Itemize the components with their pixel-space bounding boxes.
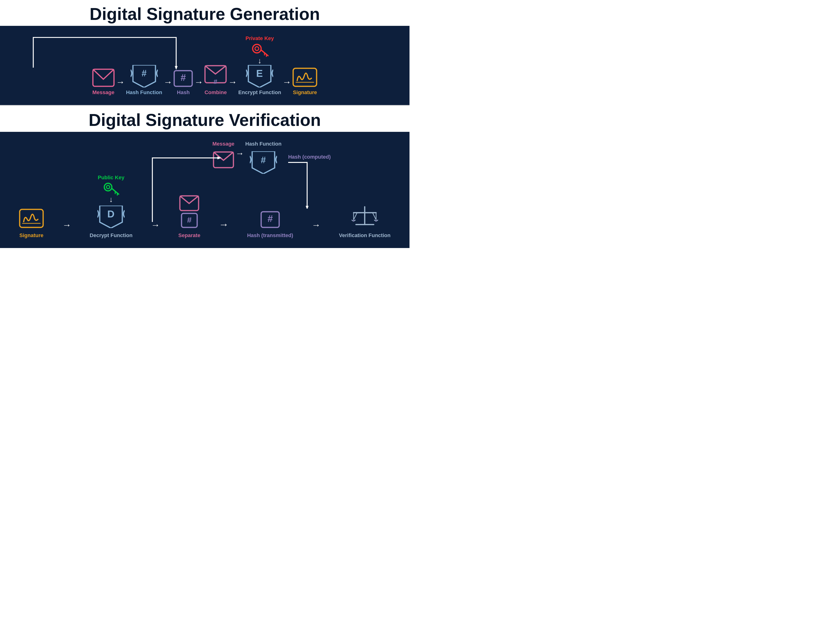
encrypt-function-icon: E bbox=[246, 65, 273, 87]
hash-function-v-item: Hash Function # bbox=[245, 139, 282, 174]
separate-envelope-icon bbox=[179, 195, 199, 211]
svg-text:#: # bbox=[214, 78, 217, 85]
message-v-item: Message bbox=[212, 139, 234, 168]
public-key-down-arrow: ↓ bbox=[109, 196, 113, 203]
arrow-v4: → bbox=[311, 220, 322, 239]
svg-point-15 bbox=[104, 183, 112, 191]
arrow-v-msg-hash: → bbox=[234, 139, 245, 158]
hash-label: Hash bbox=[177, 89, 190, 95]
svg-text:#: # bbox=[141, 68, 147, 78]
hash-computed-down-arrow bbox=[283, 161, 312, 209]
generation-title: Digital Signature Generation bbox=[9, 5, 400, 23]
signature-label: Signature bbox=[293, 89, 317, 95]
arrow-v2: → bbox=[150, 220, 161, 239]
hash-function-v-icon: # bbox=[250, 151, 277, 174]
decrypt-function-icon: D bbox=[97, 205, 125, 228]
arrow-v1: → bbox=[61, 220, 72, 239]
verification-function-item: # # Verification Function bbox=[339, 179, 390, 239]
private-key-icon bbox=[250, 43, 269, 57]
message-v-label-top: Message bbox=[212, 141, 234, 147]
decrypt-item: Public Key ↓ D bbox=[90, 175, 132, 239]
svg-text:#: # bbox=[187, 215, 191, 224]
separate-label: Separate bbox=[178, 232, 200, 239]
svg-text:#: # bbox=[181, 72, 186, 83]
hash-function-v-label-top: Hash Function bbox=[245, 141, 282, 147]
svg-text:#: # bbox=[353, 219, 354, 222]
signature-icon bbox=[292, 67, 317, 87]
hash-computed-label: Hash (computed) bbox=[288, 154, 331, 160]
arrow3: → bbox=[193, 77, 204, 95]
combine-label: Combine bbox=[205, 89, 227, 95]
svg-text:#: # bbox=[261, 155, 266, 165]
hash-function-icon: # bbox=[130, 65, 158, 87]
svg-point-16 bbox=[106, 186, 110, 189]
svg-marker-37 bbox=[306, 206, 309, 209]
private-key-label: Private Key bbox=[245, 35, 274, 41]
svg-rect-14 bbox=[20, 209, 43, 227]
svg-text:E: E bbox=[256, 68, 263, 79]
separate-hash-icon: # bbox=[181, 213, 198, 228]
svg-line-30 bbox=[354, 213, 357, 220]
public-key-label: Public Key bbox=[98, 175, 124, 181]
encrypt-function-label: Encrypt Function bbox=[238, 89, 281, 95]
verification-title-section: Digital Signature Verification bbox=[0, 106, 409, 132]
signature-v-item: Signature bbox=[19, 209, 44, 239]
svg-point-6 bbox=[253, 44, 261, 53]
svg-line-32 bbox=[372, 213, 376, 220]
signature-v-icon bbox=[19, 209, 44, 228]
decrypt-function-label: Decrypt Function bbox=[90, 232, 132, 239]
signature-v-label: Signature bbox=[20, 232, 43, 239]
verification-function-label: Verification Function bbox=[339, 232, 390, 239]
arrow-v3: → bbox=[217, 219, 230, 239]
message-v-icon bbox=[213, 151, 234, 168]
message-item: Message bbox=[92, 49, 115, 95]
verify-layout: Signature → Public Key ↓ bbox=[14, 139, 395, 239]
hash-transmitted-label: Hash (transmitted) bbox=[247, 232, 293, 239]
generation-title-section: Digital Signature Generation bbox=[0, 0, 409, 26]
arrow4: → bbox=[227, 77, 238, 95]
verification-diagram: Signature → Public Key ↓ bbox=[0, 132, 409, 248]
encrypt-item: Private Key ↓ E bbox=[238, 35, 281, 95]
hash-icon: # bbox=[173, 70, 193, 87]
message-label: Message bbox=[92, 89, 115, 95]
bottom-flow-row: Signature → Public Key ↓ bbox=[14, 175, 395, 239]
verification-title: Digital Signature Verification bbox=[9, 111, 400, 129]
svg-text:#: # bbox=[375, 219, 377, 222]
svg-text:#: # bbox=[268, 213, 273, 224]
combine-icon: # bbox=[204, 65, 227, 87]
svg-rect-12 bbox=[293, 68, 317, 86]
hash-transmitted-icon: # bbox=[260, 211, 280, 228]
hash-item: # Hash bbox=[173, 51, 193, 95]
arrow5: → bbox=[281, 77, 292, 95]
combine-item: # Combine bbox=[204, 46, 227, 95]
signature-item: Signature bbox=[292, 49, 317, 95]
arrow2: → bbox=[162, 77, 173, 95]
separate-item: # Separate bbox=[178, 195, 200, 239]
hash-computed-area: Hash (computed) bbox=[282, 139, 331, 209]
top-right-flow: Message → Hash Function # bbox=[212, 139, 331, 209]
public-key-icon bbox=[102, 182, 120, 196]
arrow1: → bbox=[115, 77, 126, 95]
hash-function-item: # Hash Function bbox=[126, 46, 162, 95]
svg-point-7 bbox=[255, 47, 259, 51]
hash-function-label: Hash Function bbox=[126, 89, 162, 95]
message-icon bbox=[92, 69, 115, 87]
generation-diagram: Message → # Hash Function → bbox=[0, 26, 409, 105]
svg-text:D: D bbox=[107, 209, 115, 219]
key-down-arrow: ↓ bbox=[258, 57, 262, 64]
verification-function-icon: # # bbox=[351, 205, 378, 228]
